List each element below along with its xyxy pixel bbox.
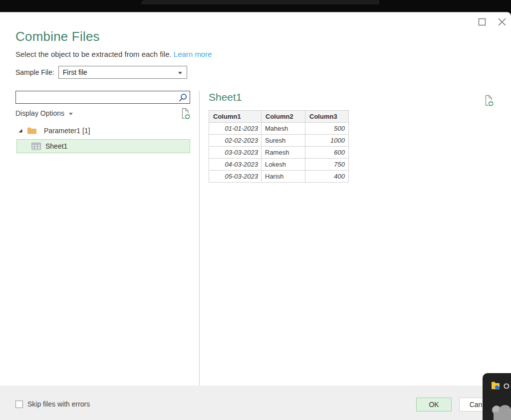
tree-item-parameter1[interactable]: Parameter1 [1] bbox=[18, 127, 90, 135]
table-cell: 750 bbox=[305, 159, 349, 171]
search-box bbox=[15, 91, 190, 104]
sheet-table-body: 01-01-2023Mahesh50002-02-2023Suresh10000… bbox=[209, 123, 349, 183]
table-row: 02-02-2023Suresh1000 bbox=[209, 135, 349, 147]
table-header-row: Column1 Column2 Column3 bbox=[209, 111, 349, 123]
tree-item-sheet1-selected[interactable]: Sheet1 bbox=[16, 139, 190, 153]
sample-file-label: Sample File: bbox=[15, 68, 54, 76]
maximize-button[interactable] bbox=[476, 16, 488, 28]
table-cell: Ramesh bbox=[261, 147, 305, 159]
table-cell: 1000 bbox=[305, 135, 349, 147]
window-controls bbox=[476, 16, 508, 28]
table-cell: 400 bbox=[305, 171, 349, 183]
sample-file-row: Sample File: First file bbox=[15, 66, 187, 79]
screen: Combine Files Select the object to be ex… bbox=[0, 0, 511, 420]
chevron-down-icon bbox=[69, 113, 73, 115]
folder-icon bbox=[27, 127, 37, 135]
tree-item-label: Sheet1 bbox=[45, 142, 67, 150]
table-cell: 03-03-2023 bbox=[209, 147, 261, 159]
table-row: 03-03-2023Ramesh600 bbox=[209, 147, 349, 159]
search-icon[interactable] bbox=[178, 93, 188, 105]
column-header: Column1 bbox=[209, 111, 261, 123]
worksheet-icon bbox=[31, 143, 41, 150]
taskbar-flyout-overlay: O bbox=[483, 373, 511, 420]
learn-more-link[interactable]: Learn more bbox=[174, 50, 212, 58]
skip-files-label: Skip files with errors bbox=[27, 400, 90, 408]
table-cell: 500 bbox=[305, 123, 349, 135]
table-row: 04-03-2023Lokesh750 bbox=[209, 159, 349, 171]
sample-file-value: First file bbox=[63, 68, 87, 76]
close-icon bbox=[498, 17, 507, 26]
onedrive-row[interactable]: O bbox=[491, 381, 510, 391]
dialog-subtitle: Select the object to be extracted from e… bbox=[15, 50, 212, 58]
maximize-icon bbox=[478, 18, 486, 26]
ok-button[interactable]: OK bbox=[416, 398, 452, 412]
close-button[interactable] bbox=[496, 16, 508, 28]
table-cell: Harish bbox=[261, 171, 305, 183]
table-cell: Mahesh bbox=[261, 123, 305, 135]
dialog-footer: Skip files with errors OK Cancel bbox=[0, 386, 511, 420]
tree-expanded-icon[interactable] bbox=[18, 128, 23, 133]
skip-files-option[interactable]: Skip files with errors bbox=[15, 400, 90, 408]
refresh-preview-icon[interactable] bbox=[484, 95, 494, 108]
chevron-down-icon bbox=[178, 72, 182, 74]
onedrive-folder-icon bbox=[491, 381, 501, 391]
table-cell: Suresh bbox=[261, 135, 305, 147]
page-title: Combine Files bbox=[15, 29, 100, 44]
refresh-preview-icon[interactable] bbox=[180, 108, 191, 121]
column-header: Column2 bbox=[261, 111, 305, 123]
sample-file-dropdown[interactable]: First file bbox=[58, 66, 187, 79]
preview-sheet-title: Sheet1 bbox=[209, 91, 242, 103]
table-cell: 05-03-2023 bbox=[209, 171, 261, 183]
search-input[interactable] bbox=[19, 92, 176, 102]
column-header: Column3 bbox=[305, 111, 349, 123]
combine-files-dialog: Combine Files Select the object to be ex… bbox=[0, 12, 511, 420]
background-window-edge bbox=[141, 0, 379, 4]
table-cell: Lokesh bbox=[261, 159, 305, 171]
subtitle-text: Select the object to be extracted from e… bbox=[15, 50, 172, 58]
table-cell: 04-03-2023 bbox=[209, 159, 261, 171]
skip-files-checkbox[interactable] bbox=[15, 401, 23, 408]
preview-table: Column1 Column2 Column3 01-01-2023Mahesh… bbox=[209, 110, 349, 183]
tree-folder-label: Parameter1 [1] bbox=[44, 127, 90, 135]
display-options-label: Display Options bbox=[15, 109, 64, 117]
panel-divider bbox=[199, 91, 200, 392]
cloud-icon bbox=[492, 403, 511, 420]
table-row: 05-03-2023Harish400 bbox=[209, 171, 349, 183]
display-options-dropdown[interactable]: Display Options bbox=[15, 109, 73, 117]
table-row: 01-01-2023Mahesh500 bbox=[209, 123, 349, 135]
table-cell: 600 bbox=[305, 147, 349, 159]
table-cell: 01-01-2023 bbox=[209, 123, 261, 135]
table-cell: 02-02-2023 bbox=[209, 135, 261, 147]
onedrive-label-partial: O bbox=[504, 382, 510, 390]
